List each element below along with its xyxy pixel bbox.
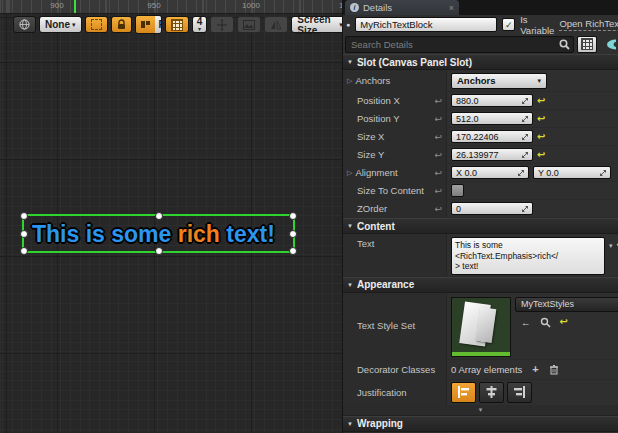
reset-arrow-icon[interactable]: ↩ (434, 114, 442, 124)
drag-handle-icon[interactable] (517, 169, 525, 177)
search-input[interactable] (349, 38, 559, 51)
expander-icon[interactable]: ▷ (347, 77, 352, 85)
designer-canvas[interactable]: 900 950 1000 1050 None ▾ (0, 0, 342, 433)
alignment-y-field[interactable]: Y 0.0 (533, 166, 611, 179)
selection-handle[interactable] (289, 212, 297, 220)
drag-handle-icon[interactable] (521, 133, 529, 141)
section-header-appearance[interactable]: ▼ Appearance (343, 277, 618, 293)
delete-elements-button[interactable] (549, 364, 559, 375)
reset-arrow-icon[interactable]: ↩ (434, 204, 442, 214)
drag-handle-icon[interactable] (521, 151, 529, 159)
selection-handle[interactable] (289, 247, 297, 255)
asset-type-color-strip (452, 352, 510, 356)
is-variable-label: Is Variable (520, 14, 554, 36)
justify-center-button[interactable] (479, 382, 504, 403)
justify-left-button[interactable] (451, 382, 476, 403)
add-element-button[interactable]: + (532, 364, 538, 375)
tab-details[interactable]: i Details × (345, 0, 459, 15)
anchors-dropdown[interactable]: Anchors ▾ (451, 73, 547, 89)
drag-handle-icon[interactable] (599, 169, 607, 177)
ruler-label: 950 (147, 1, 160, 10)
rich-text-preview[interactable]: This is some rich text! (32, 220, 275, 247)
property-label: Justification (357, 387, 407, 398)
is-variable-checkbox[interactable]: ✓ (502, 18, 515, 31)
localization-preview-button[interactable] (13, 16, 36, 33)
close-icon[interactable]: × (449, 3, 454, 13)
section-caret-icon: ▼ (347, 282, 353, 288)
selection-handle[interactable] (155, 212, 163, 220)
section-header-wrapping[interactable]: ▼ Wrapping (343, 416, 618, 432)
snap-grid-toggle[interactable] (165, 16, 189, 33)
section-header-content[interactable]: ▼ Content (343, 218, 618, 234)
size-to-content-checkbox[interactable] (451, 184, 464, 197)
grid-size-stepper[interactable]: 4 ▾ (192, 16, 208, 33)
flip-preview-button[interactable] (264, 16, 288, 33)
drag-handle-icon[interactable] (521, 115, 529, 123)
open-richtextblock-link[interactable]: Open RichTextBlock (559, 18, 618, 31)
revert-icon[interactable]: ↩ (537, 132, 545, 142)
widget-name-input[interactable] (355, 17, 497, 32)
search-box[interactable] (345, 36, 574, 53)
rich-text-normal: text! (220, 220, 275, 246)
size-y-field[interactable]: 26.139977 (451, 148, 533, 161)
show-outlines-toggle[interactable] (85, 16, 108, 33)
anchor-mode-group[interactable]: R (135, 15, 162, 34)
selection-handle[interactable] (20, 212, 28, 220)
position-x-field[interactable]: 880.0 (451, 94, 533, 107)
section-header-slot[interactable]: ▼ Slot (Canvas Panel Slot) (343, 54, 618, 70)
property-row-text-style-set: Text Style Set MyTextStyles ▾ ← (343, 293, 618, 360)
property-row-position-y: Position Y ↩ 512.0 ↩ (343, 110, 618, 128)
reset-arrow-icon[interactable]: ↩ (434, 168, 442, 178)
section-caret-icon: ▼ (347, 59, 353, 65)
ruler-label: 900 (50, 1, 63, 10)
justify-right-icon (513, 386, 526, 398)
expander-icon[interactable]: ▷ (347, 169, 352, 177)
lock-icon (117, 19, 126, 30)
selection-handle[interactable] (289, 230, 297, 238)
zorder-value: 0 (456, 204, 519, 214)
anchor-widget-part[interactable] (136, 16, 155, 33)
selection-handle[interactable] (20, 230, 28, 238)
text-style-set-thumbnail[interactable] (451, 297, 511, 357)
use-selected-asset-button[interactable]: ← (521, 317, 531, 328)
chevron-down-icon[interactable]: ▾ (609, 242, 613, 250)
preview-background-button[interactable] (237, 16, 261, 33)
justify-left-icon (457, 386, 470, 398)
revert-icon[interactable]: ↩ (537, 96, 545, 106)
section-title: Wrapping (357, 418, 403, 429)
preview-none-dropdown[interactable]: None ▾ (39, 16, 82, 33)
advanced-expander[interactable]: ▾ (343, 405, 618, 416)
revert-icon[interactable]: ↩ (560, 317, 568, 327)
respect-locks-toggle[interactable]: R (155, 16, 162, 33)
move-transform-icon (216, 19, 228, 31)
reset-arrow-icon[interactable]: ↩ (434, 132, 442, 142)
view-options-button[interactable] (577, 36, 597, 53)
text-content-input[interactable]: This is some <RichText.Emphasis>rich</ >… (451, 237, 605, 275)
lock-widgets-toggle[interactable] (111, 16, 132, 33)
selection-handle[interactable] (20, 247, 28, 255)
justify-right-button[interactable] (507, 382, 532, 403)
display-filter-button[interactable] (600, 37, 616, 52)
revert-icon[interactable]: ↩ (537, 114, 545, 124)
transform-mode-button[interactable] (210, 16, 234, 33)
selected-widget[interactable]: This is some rich text! (22, 214, 295, 253)
reset-arrow-icon[interactable]: ↩ (434, 150, 442, 160)
text-style-set-dropdown[interactable]: MyTextStyles ▾ (515, 297, 618, 312)
anchor-icon (140, 19, 151, 30)
drag-handle-icon[interactable] (521, 97, 529, 105)
drag-handle-icon[interactable] (521, 205, 529, 213)
property-label: Decorator Classes (357, 364, 435, 375)
zorder-field[interactable]: 0 (451, 202, 533, 215)
tab-title: Details (363, 2, 445, 13)
globe-icon (19, 19, 30, 30)
selection-handle[interactable] (155, 247, 163, 255)
reset-arrow-icon[interactable]: ↩ (434, 186, 442, 196)
reset-arrow-icon[interactable]: ↩ (434, 96, 442, 106)
size-x-field[interactable]: 170.22406 (451, 130, 533, 143)
revert-icon[interactable]: ↩ (537, 150, 545, 160)
selection-outline-icon (91, 19, 102, 30)
screen-size-dropdown[interactable]: Screen Size ▾ (291, 16, 342, 33)
alignment-x-field[interactable]: X 0.0 (451, 166, 529, 179)
browse-to-asset-button[interactable] (540, 317, 551, 328)
position-y-field[interactable]: 512.0 (451, 112, 533, 125)
